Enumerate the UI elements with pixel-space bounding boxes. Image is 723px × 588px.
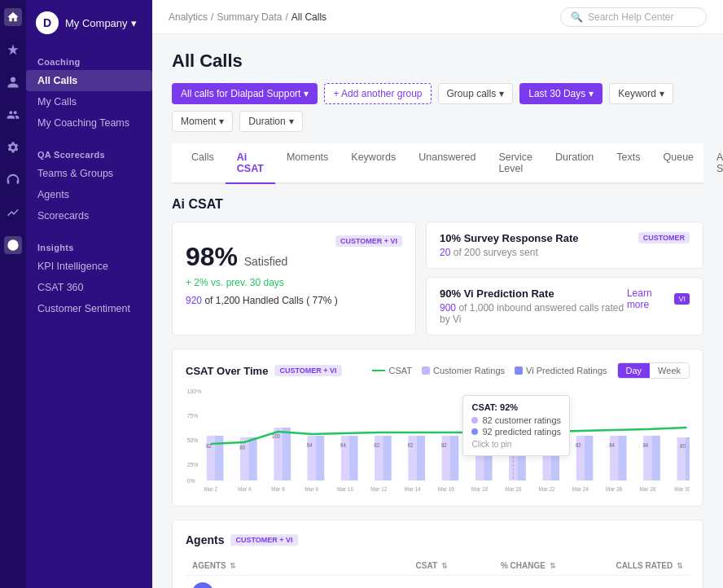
tab-ai-csat[interactable]: Ai CSAT — [226, 143, 275, 184]
tab-service-level[interactable]: Service Level — [487, 143, 544, 184]
tab-calls[interactable]: Calls — [180, 143, 226, 184]
col-agents: AGENTS ⇅ — [186, 556, 383, 576]
svg-text:84: 84 — [307, 442, 313, 449]
nav-chart-icon[interactable] — [4, 204, 22, 222]
svg-text:Mar 26: Mar 26 — [606, 486, 622, 493]
week-button[interactable]: Week — [650, 363, 689, 378]
main-content: Analytics / Summary Data / All Calls 🔍 S… — [152, 0, 723, 588]
nav-team-icon[interactable] — [4, 106, 22, 124]
sidebar-item-coaching-teams[interactable]: My Coaching Teams — [26, 112, 152, 134]
vi-card: 90% Vi Prediction Rate 900 of 1,000 inbo… — [426, 277, 703, 336]
sidebar-item-agents[interactable]: Agents — [26, 184, 152, 205]
svg-text:84: 84 — [340, 442, 346, 449]
col-change: % CHANGE ⇅ — [454, 556, 563, 576]
chart-badge: CUSTOMER + VI — [274, 365, 341, 376]
svg-text:82: 82 — [206, 443, 212, 450]
chart-title: CSAT Over Time CUSTOMER + VI — [186, 365, 342, 377]
agents-title: Agents — [186, 533, 224, 546]
survey-title: 10% Survey Response Rate — [440, 232, 579, 244]
chart-svg: 100% 75% 50% 25% 0% — [186, 387, 690, 493]
filter-group1[interactable]: All calls for Dialpad Support ▾ — [172, 83, 318, 104]
csat-change: + 2% vs. prev. 30 days — [186, 277, 402, 288]
svg-text:Mar 2: Mar 2 — [204, 486, 218, 493]
filter-keyword[interactable]: Keyword ▾ — [609, 83, 673, 104]
topbar: Analytics / Summary Data / All Calls 🔍 S… — [152, 0, 723, 34]
agents-header: Agents CUSTOMER + VI — [186, 533, 690, 546]
avatar: JM — [192, 582, 213, 588]
coaching-label: Coaching — [26, 50, 152, 70]
filter-group2[interactable]: Group calls ▾ — [438, 83, 514, 104]
breadcrumb-current: All Calls — [291, 11, 326, 23]
svg-text:84: 84 — [642, 442, 648, 449]
svg-text:82: 82 — [374, 442, 379, 449]
col-calls-rated: CALLS RATED ⇅ — [563, 556, 690, 576]
day-button[interactable]: Day — [618, 363, 651, 378]
svg-text:100%: 100% — [187, 387, 202, 395]
svg-text:82: 82 — [408, 442, 414, 449]
tab-unanswered[interactable]: Unanswered — [407, 143, 487, 184]
csat-cards: CUSTOMER + VI 98% Satisfied + 2% vs. pre… — [172, 222, 703, 336]
svg-point-0 — [7, 239, 18, 250]
tab-queue[interactable]: Queue — [652, 143, 706, 184]
svg-text:Mar 4: Mar 4 — [238, 486, 252, 493]
svg-text:25%: 25% — [187, 460, 199, 468]
breadcrumb: Analytics / Summary Data / All Calls — [169, 11, 326, 23]
agent-cell: JM Judith Maravilla — [186, 576, 383, 589]
nav-sparkle-icon[interactable] — [4, 41, 22, 59]
sidebar-item-customer-sentiment[interactable]: Customer Sentiment — [26, 298, 152, 319]
csat-badge: CUSTOMER + VI — [335, 235, 402, 247]
agent-change: + 4% — [454, 576, 563, 589]
vi-sub: 900 of 1,000 inbound answered calls rate… — [440, 302, 627, 325]
chart-section: CSAT Over Time CUSTOMER + VI CSAT Custom… — [172, 349, 703, 507]
nav-headphone-icon[interactable] — [4, 171, 22, 189]
sidebar-coaching-section: Coaching All Calls My Calls My Coaching … — [26, 46, 152, 138]
tab-texts[interactable]: Texts — [605, 143, 651, 184]
filter-moment[interactable]: Moment ▾ — [172, 111, 233, 132]
nav-person-icon[interactable] — [4, 73, 22, 91]
filter-duration[interactable]: Duration ▾ — [239, 111, 302, 132]
tab-duration[interactable]: Duration — [544, 143, 605, 184]
svg-rect-32 — [585, 436, 593, 480]
sidebar-item-csat360[interactable]: CSAT 360 — [26, 277, 152, 298]
insights-label: Insights — [26, 236, 152, 256]
sidebar-item-kpi[interactable]: KPI Intelligence — [26, 256, 152, 277]
breadcrumb-summary[interactable]: Summary Data — [217, 11, 282, 23]
svg-text:Mar 10: Mar 10 — [337, 486, 353, 493]
nav-insights-icon[interactable] — [4, 236, 22, 254]
tab-keywords[interactable]: Keywords — [340, 143, 407, 184]
sidebar-qa-section: QA Scorecards Teams & Groups Agents Scor… — [26, 138, 152, 231]
svg-text:Mar 16: Mar 16 — [438, 486, 454, 493]
right-cards: 10% Survey Response Rate 20 of 200 surve… — [426, 222, 703, 336]
tab-agent-status[interactable]: Agent Status — [705, 143, 723, 184]
csat-percent: 98% — [186, 242, 238, 271]
qa-label: QA Scorecards — [26, 143, 152, 163]
svg-text:100: 100 — [272, 433, 280, 440]
filter-time[interactable]: Last 30 Days ▾ — [519, 83, 602, 104]
sidebar-item-all-calls[interactable]: All Calls — [26, 70, 152, 91]
breadcrumb-analytics[interactable]: Analytics — [169, 11, 208, 23]
nav-gear-icon[interactable] — [4, 138, 22, 156]
svg-text:Mar 24: Mar 24 — [572, 486, 589, 493]
nav-home-icon[interactable] — [4, 8, 22, 26]
sidebar-insights-section: Insights KPI Intelligence CSAT 360 Custo… — [26, 231, 152, 324]
filters-bar: All calls for Dialpad Support ▾ + Add an… — [172, 83, 703, 132]
logo: D — [36, 11, 59, 34]
filter-add-group[interactable]: + Add another group — [324, 83, 431, 104]
chevron-icon: ▾ — [304, 88, 309, 99]
agent-calls: 31 — [563, 576, 690, 589]
learn-more-link[interactable]: Learn more — [627, 287, 670, 310]
svg-rect-27 — [417, 436, 425, 480]
tab-moments[interactable]: Moments — [275, 143, 340, 184]
search-box[interactable]: 🔍 Search Help Center — [560, 7, 707, 27]
sidebar-item-teams-groups[interactable]: Teams & Groups — [26, 163, 152, 184]
chevron-down-icon: ▾ — [131, 17, 137, 29]
sidebar-item-scorecards[interactable]: Scorecards — [26, 205, 152, 226]
day-week-toggle[interactable]: Day Week — [617, 362, 690, 379]
svg-text:Mar 8: Mar 8 — [305, 486, 319, 493]
svg-text:82: 82 — [576, 442, 581, 449]
sidebar-item-my-calls[interactable]: My Calls — [26, 91, 152, 112]
company-selector[interactable]: My Company ▾ — [65, 17, 137, 29]
svg-rect-33 — [618, 436, 626, 480]
svg-rect-35 — [686, 437, 690, 480]
survey-sub: 20 of 200 surveys sent — [440, 247, 579, 258]
